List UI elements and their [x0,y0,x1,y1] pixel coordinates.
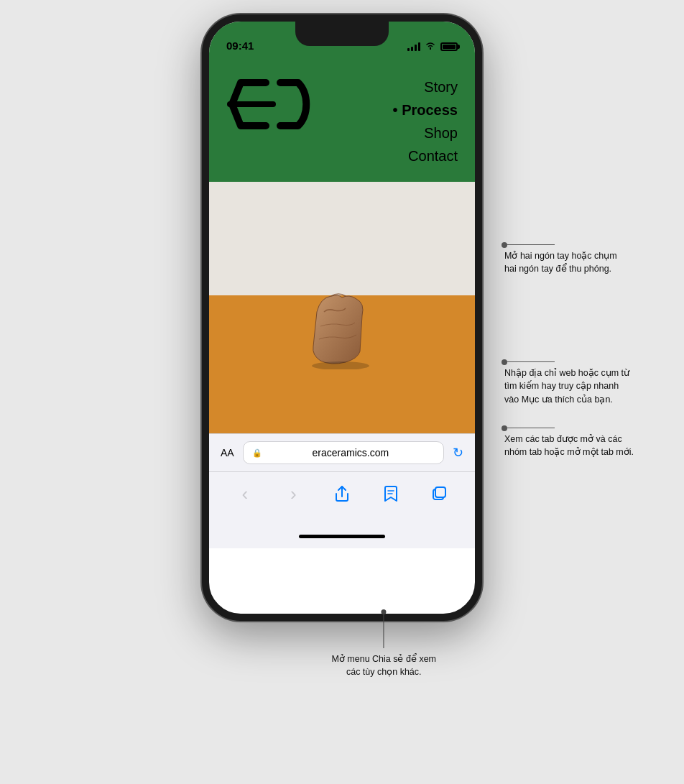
share-annotation-text: Mở menu Chia sẻ để xemcác tùy chọn khác. [331,652,436,678]
phone-shell: 09:41 [202,14,482,621]
address-annotation: Nhập địa chỉ web hoặc cụm từtìm kiếm hay… [504,361,662,405]
battery-icon [440,42,458,51]
wifi-icon [425,41,436,52]
home-indicator-bar [299,535,385,538]
nav-process[interactable]: Process [393,98,458,121]
signal-icon [407,42,420,51]
site-logo [226,72,313,143]
ceramic-object [299,290,385,372]
home-indicator [209,524,475,548]
nav-contact[interactable]: Contact [393,144,458,167]
url-bar[interactable]: 🔒 eraceramics.com [243,441,444,464]
svg-rect-3 [435,487,445,497]
site-nav: Story Process Shop Contact [393,72,458,167]
forward-button[interactable]: › [277,478,309,509]
website-content: Story Process Shop Contact [209,57,475,433]
zoom-annotation: Mở hai ngón tay hoặc chụmhai ngón tay để… [504,244,662,275]
aa-button[interactable]: AA [221,447,234,458]
status-icons [407,41,458,52]
browser-address-bar: AA 🔒 eraceramics.com ↻ [209,433,475,471]
page-wrapper: 09:41 [0,14,684,621]
notch [295,22,389,46]
tabs-annotation: Xem các tab được mở và cácnhóm tab hoặc … [504,428,662,458]
address-annotation-text: Nhập địa chỉ web hoặc cụm từtìm kiếm hay… [504,366,655,405]
back-button[interactable]: ‹ [229,478,261,509]
share-button[interactable] [326,478,358,509]
nav-story[interactable]: Story [393,75,458,98]
site-header: Story Process Shop Contact [226,72,458,182]
annotations-panel: Mở hai ngón tay hoặc chụmhai ngón tay để… [504,72,662,458]
tabs-button[interactable] [423,478,455,509]
url-text: eraceramics.com [267,447,435,458]
reload-button[interactable]: ↻ [453,445,463,461]
nav-shop[interactable]: Shop [393,121,458,144]
svg-point-1 [312,361,369,369]
share-annotation-line [384,612,384,648]
photo-scene [209,182,475,433]
share-annotation: Mở menu Chia sẻ để xemcác tùy chọn khác. [331,612,436,678]
bookmarks-button[interactable] [375,478,407,509]
phone-area: 09:41 [202,14,482,621]
zoom-annotation-text: Mở hai ngón tay hoặc chụmhai ngón tay để… [504,249,655,275]
sky-background [209,182,475,295]
tabs-annotation-text: Xem các tab được mở và cácnhóm tab hoặc … [504,433,655,458]
lock-icon: 🔒 [252,448,262,458]
hero-image [209,182,475,433]
status-time: 09:41 [226,40,254,52]
browser-bottom-nav: ‹ › [209,471,475,524]
